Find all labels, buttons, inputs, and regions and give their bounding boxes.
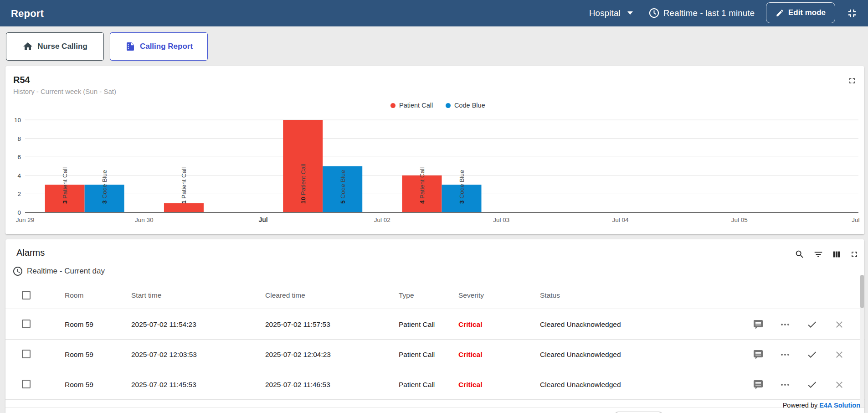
- table-timeframe-label: Realtime - Current day: [27, 267, 105, 276]
- svg-text:Jun 29: Jun 29: [16, 217, 35, 223]
- svg-text:Jul 02: Jul 02: [374, 217, 390, 223]
- table-row: Room 592025-07-02 11:45:532025-07-02 11:…: [5, 369, 864, 400]
- column-header-severity[interactable]: Severity: [458, 291, 484, 299]
- table-fullscreen-icon[interactable]: [850, 249, 860, 259]
- fullscreen-exit-icon[interactable]: [846, 7, 858, 20]
- column-header-room[interactable]: Room: [65, 291, 83, 299]
- home-icon: [22, 41, 33, 52]
- cell-room: Room 59: [65, 320, 93, 329]
- comment-icon[interactable]: [753, 319, 764, 330]
- column-header-type[interactable]: Type: [399, 291, 414, 299]
- table-header-row: RoomStart timeCleared timeTypeSeveritySt…: [5, 283, 864, 309]
- column-header-cleared[interactable]: Cleared time: [265, 291, 305, 299]
- cell-severity: Critical: [458, 381, 483, 389]
- columns-icon[interactable]: [832, 249, 842, 259]
- svg-text:6: 6: [17, 154, 21, 160]
- svg-text:3 Code Blue: 3 Code Blue: [101, 170, 108, 204]
- search-icon[interactable]: [795, 249, 805, 259]
- acknowledge-check-icon[interactable]: [806, 319, 817, 330]
- svg-text:3 Patient Call: 3 Patient Call: [62, 167, 68, 204]
- cell-type: Patient Call: [399, 381, 435, 389]
- powered-by-label: Powered by: [783, 402, 818, 409]
- tab-nurse-calling[interactable]: Nurse Calling: [6, 32, 104, 61]
- row-checkbox[interactable]: [22, 380, 31, 388]
- svg-text:1 Patient Call: 1 Patient Call: [180, 167, 187, 204]
- tab-label: Calling Report: [140, 42, 193, 51]
- alarms-title: Alarms: [16, 248, 45, 258]
- column-header-status[interactable]: Status: [540, 291, 560, 299]
- pencil-icon: [776, 9, 784, 17]
- tab-label: Nurse Calling: [37, 42, 87, 51]
- cell-room: Room 59: [65, 381, 93, 389]
- acknowledge-check-icon[interactable]: [806, 379, 817, 390]
- svg-text:4 Patient Call: 4 Patient Call: [419, 167, 426, 204]
- select-all-checkbox[interactable]: [22, 291, 31, 299]
- bar-chart: 02468103 Patient Call1 Patient Call10 Pa…: [5, 66, 864, 234]
- tab-calling-report[interactable]: Calling Report: [110, 32, 208, 61]
- svg-text:5 Code Blue: 5 Code Blue: [339, 170, 346, 204]
- cell-cleared: 2025-07-02 12:04:23: [265, 351, 331, 359]
- site-selector[interactable]: Hospital: [589, 8, 621, 18]
- cell-type: Patient Call: [399, 320, 435, 329]
- cell-severity: Critical: [458, 351, 483, 359]
- column-header-start[interactable]: Start time: [131, 291, 161, 299]
- cell-status: Cleared Unacknowledged: [540, 320, 621, 329]
- cell-type: Patient Call: [399, 351, 435, 359]
- edit-mode-label: Edit mode: [788, 8, 826, 17]
- table-row-partial: [5, 400, 864, 408]
- table-bottom-divider: [5, 408, 864, 408]
- cell-start: 2025-07-02 12:03:53: [131, 351, 197, 359]
- svg-text:2: 2: [17, 191, 21, 197]
- svg-text:4: 4: [17, 172, 21, 179]
- powered-by: Powered by E4A Solution: [783, 402, 860, 409]
- table-scrollbar-thumb[interactable]: [860, 275, 864, 308]
- table-row: Room 592025-07-02 12:03:532025-07-02 12:…: [5, 340, 864, 369]
- comment-icon[interactable]: [753, 379, 764, 390]
- more-options-icon[interactable]: [780, 349, 791, 360]
- cell-room: Room 59: [65, 351, 93, 359]
- realtime-range-label[interactable]: Realtime - last 1 minute: [663, 8, 755, 18]
- chart-card: R54 History - Current week (Sun - Sat) P…: [5, 66, 864, 234]
- row-checkbox[interactable]: [22, 320, 31, 328]
- svg-text:Jul 05: Jul 05: [731, 217, 748, 223]
- chevron-down-icon[interactable]: [627, 11, 633, 15]
- brand-link[interactable]: E4A Solution: [819, 402, 860, 409]
- svg-text:0: 0: [17, 209, 21, 216]
- close-icon[interactable]: [834, 379, 845, 390]
- topbar: Report Hospital Realtime - last 1 minute…: [0, 0, 868, 26]
- svg-text:Jul 04: Jul 04: [612, 217, 629, 223]
- alarms-card: Alarms Realtime - Current day RoomStar: [5, 239, 864, 413]
- cell-cleared: 2025-07-02 11:57:53: [265, 320, 330, 329]
- table-row: Room 592025-07-02 11:54:232025-07-02 11:…: [5, 309, 864, 340]
- table-timeframe: Realtime - Current day: [12, 266, 105, 277]
- svg-text:10 Patient Call: 10 Patient Call: [300, 164, 307, 204]
- clock-icon: [648, 7, 660, 19]
- page-title: Report: [11, 8, 44, 20]
- table-scrollbar[interactable]: [860, 275, 864, 408]
- row-checkbox[interactable]: [22, 350, 31, 358]
- svg-text:Jul: Jul: [258, 216, 267, 223]
- svg-text:10: 10: [14, 117, 21, 124]
- report-document-icon: [125, 41, 136, 52]
- cell-status: Cleared Unacknowledged: [540, 351, 621, 359]
- cell-severity: Critical: [458, 320, 483, 329]
- cell-cleared: 2025-07-02 11:46:53: [265, 381, 330, 389]
- cell-status: Cleared Unacknowledged: [540, 381, 621, 389]
- close-icon[interactable]: [834, 319, 845, 330]
- comment-icon[interactable]: [753, 349, 764, 360]
- svg-text:3 Code Blue: 3 Code Blue: [458, 170, 465, 204]
- svg-text:Jun 30: Jun 30: [135, 217, 154, 223]
- edit-mode-button[interactable]: Edit mode: [766, 2, 835, 23]
- more-options-icon[interactable]: [780, 379, 791, 390]
- svg-text:8: 8: [17, 135, 21, 142]
- close-icon[interactable]: [834, 349, 845, 360]
- cell-start: 2025-07-02 11:45:53: [131, 381, 196, 389]
- acknowledge-check-icon[interactable]: [806, 349, 817, 360]
- cell-start: 2025-07-02 11:54:23: [131, 320, 196, 329]
- more-options-icon[interactable]: [780, 319, 791, 330]
- clock-icon: [12, 266, 23, 277]
- svg-text:Jul: Jul: [852, 217, 859, 223]
- filter-icon[interactable]: [813, 249, 823, 259]
- svg-text:Jul 03: Jul 03: [493, 217, 509, 223]
